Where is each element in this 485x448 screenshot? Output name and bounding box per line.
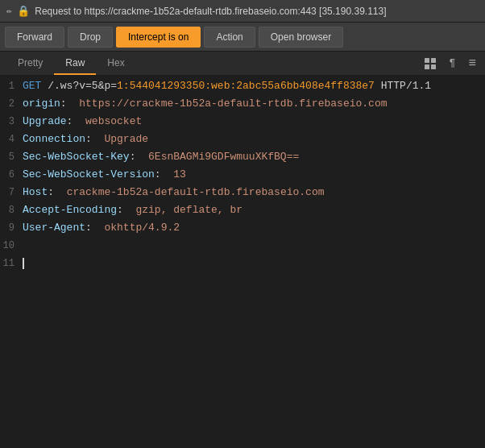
table-row: 10 [0,237,485,255]
line-content: Host: crackme-1b52a-default-rtdb.firebas… [23,185,325,201]
table-row: 1GET /.ws?v=5&p=1:544041293350:web:2abc5… [0,77,485,95]
menu-icon[interactable]: ≡ [465,55,479,73]
line-content: Accept-Encoding: gzip, deflate, br [23,202,242,218]
action-button[interactable]: Action [204,27,255,48]
lock-icon: 🔒 [17,5,30,18]
line-number: 9 [0,220,23,236]
table-row: 11 [0,255,485,272]
line-content: Upgrade: websocket [23,114,142,130]
table-row: 3Upgrade: websocket [0,113,485,131]
line-content: Connection: Upgrade [23,131,148,147]
line-content: User-Agent: okhttp/4.9.2 [23,220,180,236]
line-number: 3 [0,114,23,130]
line-content: Sec-WebSocket-Key: 6EsnBAGMi9GDFwmuuXKfB… [23,149,299,165]
table-row: 4Connection: Upgrade [0,131,485,148]
table-row: 9User-Agent: okhttp/4.9.2 [0,219,485,237]
drop-button[interactable]: Drop [68,27,113,48]
line-number: 10 [0,238,23,254]
forward-button[interactable]: Forward [5,27,64,48]
table-row: 6Sec-WebSocket-Version: 13 [0,166,485,184]
open-browser-button[interactable]: Open browser [259,27,343,48]
tab-bar: Pretty Raw Hex ¶ ≡ [0,52,485,76]
grid-icon[interactable] [421,55,440,71]
pencil-icon: ✏ [6,5,12,17]
line-content: Sec-WebSocket-Version: 13 [23,167,186,183]
line-number: 7 [0,185,23,201]
line-number: 5 [0,149,23,165]
request-content: 1GET /.ws?v=5&p=1:544041293350:web:2abc5… [0,76,485,448]
line-number: 2 [0,96,23,112]
line-number: 11 [0,255,23,272]
line-number: 4 [0,131,23,147]
line-number: 8 [0,202,23,218]
line-number: 1 [0,78,23,94]
table-row: 2origin: https://crackme-1b52a-default-r… [0,95,485,113]
table-row: 8Accept-Encoding: gzip, deflate, br [0,201,485,219]
title-text: Request to https://crackme-1b52a-default… [35,6,386,17]
tab-pretty[interactable]: Pretty [6,52,54,75]
title-bar: ✏ 🔒 Request to https://crackme-1b52a-def… [0,0,485,23]
svg-rect-3 [431,64,436,69]
line-content [23,255,24,272]
svg-rect-2 [425,64,429,69]
tab-hex[interactable]: Hex [96,52,135,75]
pilcrow-icon[interactable]: ¶ [446,56,459,71]
line-number: 6 [0,167,23,183]
tab-raw[interactable]: Raw [54,52,96,75]
line-content: origin: https://crackme-1b52a-default-rt… [23,96,388,112]
line-content: GET /.ws?v=5&p=1:544041293350:web:2abc55… [23,78,431,94]
toolbar: Forward Drop Intercept is on Action Open… [0,23,485,52]
table-row: 5Sec-WebSocket-Key: 6EsnBAGMi9GDFwmuuXKf… [0,148,485,166]
intercept-button[interactable]: Intercept is on [116,27,201,48]
svg-rect-0 [425,58,429,63]
svg-rect-1 [431,58,436,63]
tab-actions: ¶ ≡ [421,55,479,73]
table-row: 7Host: crackme-1b52a-default-rtdb.fireba… [0,184,485,201]
